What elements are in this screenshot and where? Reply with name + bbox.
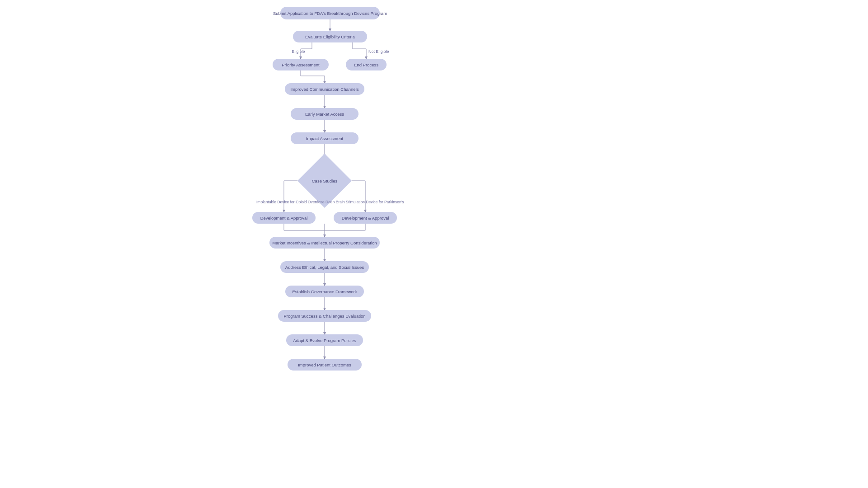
node-improved-communication-label: Improved Communication Channels [290, 87, 359, 92]
node-early-market-access-label: Early Market Access [305, 112, 344, 117]
node-program-success-label: Program Success & Challenges Evaluation [283, 314, 365, 319]
node-market-incentives-label: Market Incentives & Intellectual Propert… [272, 240, 377, 245]
flowchart-container: Submit Application to FDA's Breakthrough… [0, 0, 868, 488]
node-priority-assessment-label: Priority Assessment [282, 62, 320, 67]
node-evaluate-eligibility-label: Evaluate Eligibility Criteria [305, 34, 355, 39]
node-dev-approval-right-label: Development & Approval [342, 216, 389, 221]
node-ethical-issues-label: Address Ethical, Legal, and Social Issue… [285, 265, 364, 270]
label-not-eligible: Not Eligible [368, 49, 389, 54]
node-governance-framework-label: Establish Governance Framework [292, 289, 357, 294]
flowchart-svg: Submit Application to FDA's Breakthrough… [0, 5, 868, 398]
node-dev-approval-left-label: Development & Approval [260, 216, 308, 221]
label-deep-brain: Deep Brain Stimulation Device for Parkin… [326, 200, 404, 204]
node-case-studies-label: Case Studies [312, 178, 338, 183]
node-impact-assessment-label: Impact Assessment [306, 136, 344, 141]
label-implantable-device: Implantable Device for Opioid Overdose [256, 200, 325, 204]
node-improved-outcomes-label: Improved Patient Outcomes [298, 362, 351, 367]
node-end-process-label: End Process [354, 62, 378, 67]
node-submit-application-label: Submit Application to FDA's Breakthrough… [273, 11, 387, 16]
label-eligible: Eligible [292, 49, 305, 54]
node-adapt-evolve-label: Adapt & Evolve Program Policies [293, 338, 356, 343]
